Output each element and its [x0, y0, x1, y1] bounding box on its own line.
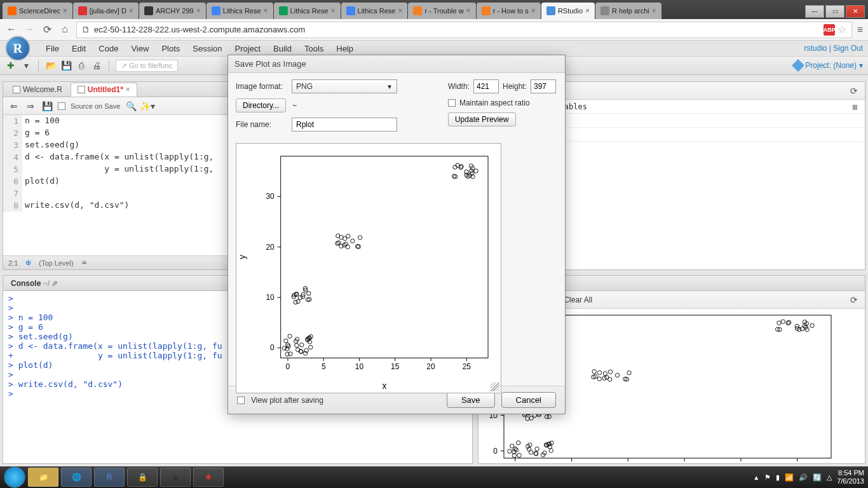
task-explorer[interactable]: 📁	[28, 468, 58, 487]
print-icon[interactable]: 🖨	[91, 60, 102, 71]
close-icon[interactable]: ×	[129, 6, 133, 15]
project-menu[interactable]: Project: (None) ▾	[794, 61, 863, 70]
browser-tab-4[interactable]: Lithics Rese×	[274, 3, 341, 19]
source-on-save-label: Source on Save	[71, 102, 120, 110]
browser-tab-3[interactable]: Lithics Rese×	[207, 3, 273, 19]
save-icon[interactable]: 💾	[60, 60, 72, 71]
find-icon[interactable]: 🔍	[125, 100, 137, 112]
network-icon[interactable]: ▮	[776, 473, 780, 482]
close-icon[interactable]: ×	[466, 6, 471, 15]
update-preview-button[interactable]: Update Preview	[448, 112, 516, 126]
browser-tab-8[interactable]: RStudio×	[541, 3, 595, 19]
bookmark-star-icon[interactable]: ☆	[837, 24, 846, 36]
start-button[interactable]	[4, 466, 25, 488]
source-tab-untitled[interactable]: Untitled1* ×	[71, 83, 137, 97]
menu-help[interactable]: Help	[331, 41, 358, 56]
task-app1[interactable]: 🔒	[127, 468, 158, 487]
svg-point-144	[294, 300, 297, 304]
clock[interactable]: 8:54 PM 7/6/2013	[837, 469, 864, 485]
directory-path: ~	[292, 101, 297, 110]
sync-icon[interactable]: 🔄	[813, 473, 822, 482]
scope-indicator[interactable]: (Top Level)	[39, 259, 73, 267]
doc-icon	[13, 86, 20, 93]
drive-icon[interactable]: △	[827, 473, 832, 482]
cancel-button[interactable]: Cancel	[501, 392, 556, 408]
close-icon[interactable]: ×	[331, 6, 336, 15]
browser-tab-1[interactable]: [julia-dev] D×	[73, 3, 139, 19]
flag-icon[interactable]: ⚑	[764, 473, 771, 482]
refresh-plot-icon[interactable]: ⟳	[848, 294, 860, 306]
browser-tab-2[interactable]: ARCHY 299×	[139, 3, 206, 19]
signout-link[interactable]: Sign Out	[833, 44, 863, 53]
filename-input[interactable]	[292, 118, 397, 132]
svg-point-151	[298, 295, 302, 299]
minimize-button[interactable]: —	[805, 5, 824, 18]
window-controls: — ▭ ✕	[804, 4, 865, 19]
close-icon[interactable]: ×	[652, 6, 656, 15]
source-on-save-checkbox[interactable]	[58, 102, 65, 110]
view-after-checkbox[interactable]	[237, 396, 245, 404]
close-icon[interactable]: ×	[531, 6, 536, 15]
width-input[interactable]	[473, 79, 499, 93]
close-button[interactable]: ✕	[846, 5, 865, 18]
browser-tab-6[interactable]: r - Trouble w×	[408, 3, 475, 19]
menu-view[interactable]: View	[126, 41, 154, 56]
svg-point-152	[351, 239, 355, 243]
resize-grip[interactable]	[491, 383, 499, 391]
task-app3[interactable]: ✱	[193, 468, 224, 487]
wand-icon[interactable]: ✨▾	[142, 100, 153, 112]
volume-icon[interactable]: 🔊	[799, 473, 808, 482]
browser-tab-7[interactable]: r - How to s×	[477, 3, 541, 19]
save-source-icon[interactable]: 💾	[41, 100, 53, 112]
menu-session[interactable]: Session	[187, 41, 227, 56]
reload-button[interactable]: ⟳	[41, 24, 53, 36]
height-input[interactable]	[531, 79, 556, 93]
format-label: Image format:	[236, 82, 285, 91]
abp-icon[interactable]: ABP	[824, 24, 835, 36]
close-icon[interactable]: ×	[63, 6, 67, 15]
menu-tools[interactable]: Tools	[299, 41, 329, 56]
image-format-select[interactable]: PNG▼	[292, 79, 397, 93]
back-nav-icon[interactable]: ⇐	[8, 100, 20, 112]
svg-text:15: 15	[680, 463, 689, 464]
menu-edit[interactable]: Edit	[67, 41, 91, 56]
open-file-icon[interactable]: 📂	[45, 60, 57, 71]
save-button[interactable]: Save	[447, 392, 495, 408]
save-all-icon[interactable]: ⎙	[76, 60, 87, 71]
close-icon[interactable]: ×	[196, 6, 201, 15]
browser-tab-0[interactable]: ScienceDirec×	[3, 3, 72, 19]
new-project-icon[interactable]: ▾	[20, 60, 32, 71]
save-plot-dialog: Save Plot as Image Image format: PNG▼ Di…	[227, 55, 566, 414]
close-icon[interactable]: ×	[264, 6, 268, 15]
address-bar[interactable]: 🗋 ec2-50-112-228-222.us-west-2.compute.a…	[76, 22, 852, 38]
maximize-button[interactable]: ▭	[825, 5, 844, 18]
back-button[interactable]: ←	[5, 24, 18, 36]
browser-tab-9[interactable]: R help archi×	[595, 3, 661, 19]
svg-text:0: 0	[270, 343, 275, 352]
menu-plots[interactable]: Plots	[156, 41, 185, 56]
new-file-icon[interactable]: ✚	[5, 60, 17, 71]
source-tab-welcome[interactable]: Welcome.R	[6, 83, 69, 97]
menu-build[interactable]: Build	[268, 41, 297, 56]
browser-tab-5[interactable]: Lithics Rese×	[341, 3, 408, 19]
wifi-icon[interactable]: 📶	[785, 473, 794, 482]
fwd-nav-icon[interactable]: ⇒	[25, 100, 36, 112]
table-icon[interactable]: ▦	[853, 102, 857, 111]
menu-code[interactable]: Code	[93, 41, 123, 56]
svg-point-26	[517, 441, 520, 445]
browser-menu-icon[interactable]: ≡	[857, 24, 863, 36]
refresh-env-icon[interactable]: ⟳	[848, 85, 860, 97]
menu-file[interactable]: File	[41, 41, 64, 56]
goto-file-input[interactable]: ↗ Go to file/func	[116, 60, 178, 72]
directory-button[interactable]: Directory...	[236, 98, 286, 112]
home-button[interactable]: ⌂	[58, 24, 71, 36]
forward-button[interactable]: →	[23, 24, 36, 36]
tray-more-icon[interactable]: ▲	[753, 474, 759, 481]
close-icon[interactable]: ×	[585, 6, 590, 15]
close-icon[interactable]: ×	[398, 6, 402, 15]
menu-project[interactable]: Project	[230, 41, 266, 56]
aspect-checkbox[interactable]	[448, 99, 456, 107]
task-rstudio[interactable]: R	[94, 468, 125, 487]
task-chrome[interactable]: 🌐	[61, 468, 92, 487]
task-app2[interactable]: ◆	[160, 468, 191, 487]
